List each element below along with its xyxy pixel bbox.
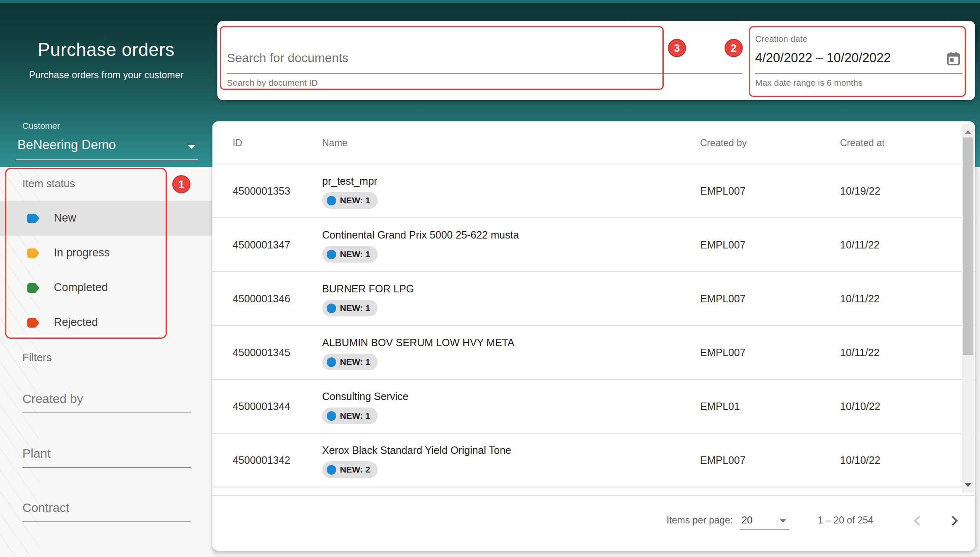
row-name: pr_test_mpr	[322, 175, 378, 187]
plant-filter-label: Plant	[22, 446, 51, 461]
tag-icon	[27, 283, 39, 293]
new-status-dot-icon	[327, 304, 336, 313]
column-header-created-by: Created by	[700, 137, 747, 149]
purchase-orders-table-card: ID Name Created by Created at 4500001353…	[212, 121, 975, 551]
chevron-down-icon	[188, 145, 195, 149]
item-status-heading: Item status	[22, 177, 75, 190]
row-created-at: 10/11/22	[840, 293, 879, 305]
row-name: Continental Grand Prix 5000 25-622 musta	[322, 229, 519, 241]
next-page-button[interactable]	[948, 516, 958, 526]
vertical-scrollbar[interactable]	[962, 124, 974, 493]
items-per-page-value: 20	[742, 514, 753, 526]
row-id: 4500001344	[233, 400, 290, 412]
tag-icon	[27, 214, 39, 223]
column-header-created-at: Created at	[840, 137, 884, 149]
calendar-icon[interactable]	[945, 51, 962, 67]
badge-label: NEW: 1	[340, 303, 370, 313]
row-id: 4500001342	[233, 454, 290, 466]
input-underline	[22, 467, 191, 468]
row-name: ALBUMIN BOV SERUM LOW HVY META	[322, 337, 514, 349]
creation-date-hint: Max date range is 6 months	[755, 78, 862, 88]
row-created-by: EMPL01	[700, 400, 740, 412]
badge-label: NEW: 1	[340, 195, 370, 205]
row-id: 4500001345	[233, 347, 290, 359]
input-underline	[755, 73, 963, 74]
table-row[interactable]: 4500001345 ALBUMIN BOV SERUM LOW HVY MET…	[212, 326, 975, 380]
items-per-page-label: Items per page:	[667, 515, 733, 526]
scrollbar-thumb[interactable]	[963, 137, 973, 355]
chevron-down-icon	[780, 519, 786, 523]
table-header: ID Name Created by Created at	[212, 121, 975, 164]
badge-label: NEW: 1	[340, 357, 370, 367]
row-name-cell: ALBUMIN BOV SERUM LOW HVY META NEW: 1	[322, 337, 514, 370]
new-status-dot-icon	[327, 411, 336, 421]
page-title: Purchase orders	[0, 39, 212, 60]
row-name-cell: pr_test_mpr NEW: 1	[322, 175, 378, 209]
new-status-dot-icon	[327, 357, 336, 367]
item-status-list: New In progress Completed Rejected	[0, 201, 212, 340]
contract-filter-input[interactable]: Contract	[22, 501, 191, 522]
status-item-label: Completed	[54, 281, 108, 294]
created-by-filter-label: Created by	[22, 392, 83, 406]
row-created-at: 10/10/22	[840, 454, 880, 466]
pagination-range: 1 – 20 of 254	[818, 515, 873, 526]
table-row[interactable]: 4500001342 Xerox Black Standard Yield Or…	[212, 434, 975, 487]
column-header-id: ID	[233, 137, 242, 149]
customer-select[interactable]: BeNeering Demo	[16, 133, 198, 159]
status-item-label: In progress	[54, 246, 110, 259]
filters-heading: Filters	[22, 351, 52, 364]
row-name-cell: BURNER FOR LPG NEW: 1	[322, 283, 414, 316]
status-item-label: New	[54, 212, 76, 224]
row-created-by: EMPL007	[700, 454, 746, 466]
table-footer: Items per page: 20 1 – 20 of 254	[212, 495, 975, 551]
purchase-orders-page: Purchase orders Purchase orders from you…	[0, 0, 980, 557]
row-created-by: EMPL007	[700, 293, 746, 305]
badge-label: NEW: 1	[340, 249, 370, 259]
creation-date-value: 4/20/2022 – 10/20/2022	[755, 51, 891, 65]
created-by-filter-input[interactable]: Created by	[22, 392, 191, 413]
status-badge: NEW: 1	[322, 192, 378, 209]
input-underline	[22, 412, 191, 413]
search-hint: Search by document ID	[227, 78, 318, 88]
row-name: BURNER FOR LPG	[322, 283, 414, 295]
status-item-rejected[interactable]: Rejected	[0, 305, 212, 340]
items-per-page-select[interactable]: 20	[740, 512, 790, 530]
column-header-name: Name	[322, 137, 347, 149]
scroll-up-icon[interactable]	[965, 130, 971, 134]
table-body: 4500001353 pr_test_mpr NEW: 1 EMPL007 10…	[212, 164, 975, 487]
status-item-new[interactable]: New	[0, 201, 212, 236]
search-toolbar-card: Search for documents Search by document …	[217, 21, 975, 100]
table-row[interactable]: 4500001353 pr_test_mpr NEW: 1 EMPL007 10…	[212, 164, 975, 218]
status-item-in-progress[interactable]: In progress	[0, 236, 212, 270]
table-row[interactable]: 4500001344 Consulting Service NEW: 1 EMP…	[212, 380, 975, 434]
row-name: Consulting Service	[322, 391, 408, 403]
contract-filter-label: Contract	[22, 501, 69, 515]
table-row[interactable]: 4500001346 BURNER FOR LPG NEW: 1 EMPL007…	[212, 272, 975, 326]
status-item-label: Rejected	[54, 316, 98, 329]
status-badge: NEW: 2	[322, 461, 378, 478]
previous-page-button[interactable]	[914, 516, 924, 526]
tag-icon	[27, 248, 39, 258]
row-created-at: 10/11/22	[840, 347, 879, 359]
row-created-at: 10/19/22	[840, 185, 880, 197]
badge-label: NEW: 2	[340, 465, 370, 475]
plant-filter-input[interactable]: Plant	[22, 446, 191, 468]
customer-value: BeNeering Demo	[17, 137, 116, 152]
row-created-at: 10/11/22	[840, 239, 879, 251]
badge-label: NEW: 1	[340, 411, 370, 421]
row-created-by: EMPL007	[700, 239, 746, 251]
customer-label: Customer	[22, 121, 60, 131]
page-subtitle: Purchase orders from your customer	[0, 70, 212, 81]
status-item-completed[interactable]: Completed	[0, 270, 212, 305]
row-id: 4500001347	[233, 239, 290, 251]
row-id: 4500001346	[233, 293, 290, 305]
row-created-by: EMPL007	[700, 185, 746, 197]
new-status-dot-icon	[327, 465, 336, 475]
scroll-down-icon[interactable]	[965, 483, 971, 487]
row-name-cell: Xerox Black Standard Yield Original Tone…	[322, 444, 511, 478]
creation-date-label: Creation date	[755, 34, 807, 44]
new-status-dot-icon	[327, 250, 336, 259]
status-badge: NEW: 1	[322, 408, 378, 424]
table-row[interactable]: 4500001347 Continental Grand Prix 5000 2…	[212, 218, 975, 272]
status-badge: NEW: 1	[322, 246, 378, 263]
